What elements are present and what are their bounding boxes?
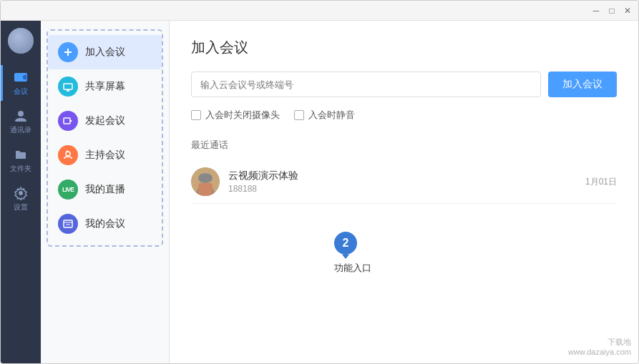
menu-item-mymeetings-label: 我的会议 — [85, 217, 125, 230]
camera-checkbox[interactable] — [191, 110, 201, 120]
svg-rect-13 — [64, 220, 72, 227]
svg-point-2 — [18, 111, 24, 117]
settings-icon — [13, 185, 29, 201]
maximize-button[interactable]: □ — [607, 6, 617, 16]
menu-item-host-label: 主持会议 — [85, 149, 125, 162]
menu-item-live-label: 我的直播 — [85, 183, 125, 196]
tooltip-bubble[interactable]: 2 功能入口 — [334, 232, 371, 275]
svg-point-3 — [19, 191, 23, 195]
tooltip-label: 功能入口 — [334, 262, 371, 275]
sidebar-item-meetings[interactable]: 会议 — [1, 65, 41, 101]
recent-item-time: 1月01日 — [585, 176, 617, 188]
files-icon — [13, 147, 29, 162]
mute-checkbox-item[interactable]: 入会时静音 — [294, 109, 355, 122]
sidebar-item-label-contacts: 通讯录 — [10, 125, 31, 135]
contacts-icon — [13, 108, 29, 124]
svg-rect-19 — [198, 183, 213, 196]
menu-panel-inner: 加入会议 共享屏幕 — [47, 29, 163, 247]
menu-item-share[interactable]: 共享屏幕 — [48, 69, 162, 104]
menu-item-join[interactable]: 加入会议 — [48, 35, 162, 69]
camera-checkbox-item[interactable]: 入会时关闭摄像头 — [191, 109, 280, 122]
sidebar-item-files[interactable]: 文件夹 — [1, 142, 41, 178]
recent-item-avatar — [191, 167, 220, 196]
svg-rect-6 — [64, 84, 72, 89]
minimize-button[interactable]: ─ — [591, 6, 601, 16]
title-bar: ─ □ ✕ — [1, 1, 638, 21]
join-form: 加入会议 — [191, 72, 617, 97]
close-button[interactable]: ✕ — [623, 6, 633, 16]
watermark: 下载地 www.dazaiya.com — [568, 337, 631, 356]
recent-item-name: 云视频演示体验 — [228, 169, 585, 182]
menu-item-start[interactable]: 发起会议 — [48, 104, 162, 138]
share-icon — [58, 77, 78, 97]
start-icon — [58, 111, 78, 131]
recent-calls-title: 最近通话 — [191, 139, 617, 152]
menu-item-host[interactable]: 主持会议 — [48, 138, 162, 172]
sidebar-item-label-settings: 设置 — [14, 202, 28, 212]
svg-marker-10 — [70, 119, 72, 122]
svg-rect-9 — [64, 118, 70, 124]
avatar[interactable] — [8, 28, 34, 54]
svg-point-17 — [200, 173, 210, 183]
checkboxes: 入会时关闭摄像头 入会时静音 — [191, 109, 617, 122]
menu-item-live[interactable]: LIVE 我的直播 — [48, 172, 162, 207]
menu-item-start-label: 发起会议 — [85, 114, 125, 127]
menu-item-join-label: 加入会议 — [85, 46, 125, 59]
sidebar-item-label-files: 文件夹 — [10, 164, 31, 174]
join-meeting-button[interactable]: 加入会议 — [548, 72, 617, 97]
main-content: 加入会议 加入会议 入会时关闭摄像头 入会时静音 最近通话 — [170, 21, 638, 363]
app-body: 会议 通讯录 — [1, 21, 638, 363]
mute-checkbox-label: 入会时静音 — [308, 109, 355, 122]
recent-item-number: 188188 — [228, 184, 585, 194]
recent-item-avatar-image — [191, 167, 220, 196]
mute-checkbox[interactable] — [294, 110, 304, 120]
sidebar: 会议 通讯录 — [1, 21, 41, 363]
sidebar-item-contacts[interactable]: 通讯录 — [1, 104, 41, 139]
tooltip-number: 2 — [334, 232, 357, 255]
recent-item[interactable]: 云视频演示体验 188188 1月01日 — [191, 160, 617, 204]
recent-item-info: 云视频演示体验 188188 — [228, 169, 585, 194]
join-icon — [58, 42, 78, 62]
watermark-line1: 下载地 — [568, 337, 631, 348]
meeting-id-input[interactable] — [191, 72, 541, 97]
sidebar-item-label-meetings: 会议 — [14, 87, 28, 97]
menu-item-mymeetings[interactable]: 我的会议 — [48, 207, 162, 241]
avatar-image — [8, 28, 34, 54]
mymeetings-icon — [58, 214, 78, 234]
watermark-line2: www.dazaiya.com — [568, 348, 631, 356]
sidebar-nav: 会议 通讯录 — [1, 65, 41, 217]
menu-panel: 加入会议 共享屏幕 — [41, 21, 170, 363]
live-icon: LIVE — [58, 179, 78, 200]
sidebar-item-settings[interactable]: 设置 — [1, 181, 41, 217]
page-title: 加入会议 — [191, 38, 617, 57]
meetings-icon — [13, 69, 29, 85]
camera-checkbox-label: 入会时关闭摄像头 — [205, 109, 280, 122]
window-controls: ─ □ ✕ — [591, 6, 633, 16]
recent-calls-list: 云视频演示体验 188188 1月01日 — [191, 160, 617, 204]
app-window: ─ □ ✕ 会议 — [0, 0, 639, 364]
menu-item-share-label: 共享屏幕 — [85, 80, 125, 93]
host-icon — [58, 145, 78, 165]
